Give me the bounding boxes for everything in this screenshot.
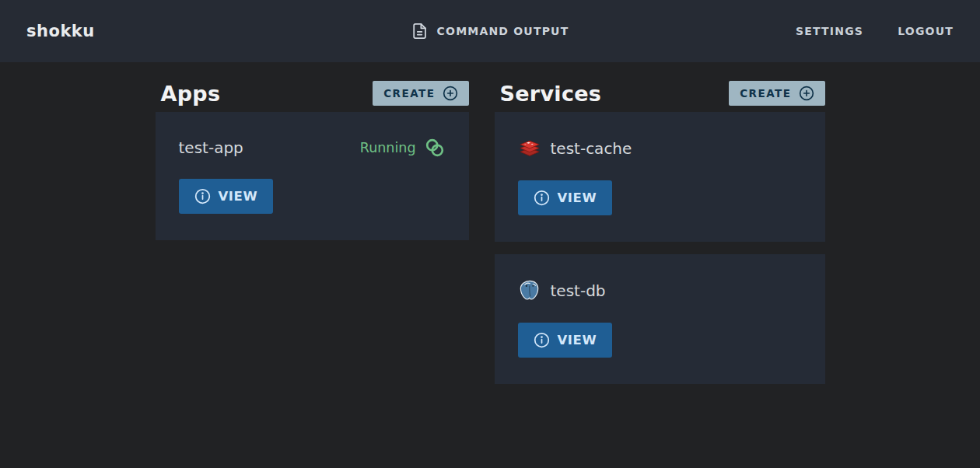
link-rings-icon <box>424 137 446 159</box>
app-card-row: test-app Running <box>179 137 446 159</box>
info-icon <box>194 188 211 204</box>
service-name-group: test-db <box>518 279 606 302</box>
apps-header: Apps CREATE <box>156 75 469 112</box>
create-app-label: CREATE <box>383 87 435 100</box>
view-service-button-test-db[interactable]: VIEW <box>518 323 613 358</box>
view-service-button-test-cache[interactable]: VIEW <box>518 180 613 215</box>
create-app-button[interactable]: CREATE <box>373 81 468 106</box>
main-content: Apps CREATE test-app Running <box>0 62 980 396</box>
info-icon <box>534 332 550 348</box>
plus-circle-icon <box>443 86 458 101</box>
app-status: Running <box>360 137 446 159</box>
postgres-icon <box>518 279 541 302</box>
navbar-links: SETTINGS LOGOUT <box>796 25 954 37</box>
service-card-test-cache: test-cache VIEW <box>495 112 825 242</box>
view-service-label: VIEW <box>558 190 597 205</box>
plus-circle-icon <box>799 86 814 101</box>
info-icon <box>534 190 550 206</box>
view-app-button[interactable]: VIEW <box>179 179 274 214</box>
services-header: Services CREATE <box>495 75 825 112</box>
app-card-test-app: test-app Running <box>156 112 469 240</box>
redis-icon <box>518 137 541 160</box>
service-card-row: test-db <box>518 279 802 302</box>
services-title: Services <box>500 82 602 106</box>
navbar: shokku COMMAND OUTPUT SETTINGS LOGOUT <box>0 0 980 62</box>
view-service-label: VIEW <box>558 333 597 348</box>
view-app-label: VIEW <box>219 189 258 204</box>
command-output-label: COMMAND OUTPUT <box>437 25 569 37</box>
service-name: test-db <box>551 281 606 300</box>
app-name: test-app <box>179 138 243 157</box>
create-service-label: CREATE <box>740 87 791 100</box>
services-section: Services CREATE <box>495 75 825 396</box>
service-name: test-cache <box>551 139 632 158</box>
service-card-row: test-cache <box>518 137 802 160</box>
apps-section: Apps CREATE test-app Running <box>156 75 469 396</box>
service-card-test-db: test-db VIEW <box>495 254 825 384</box>
settings-link[interactable]: SETTINGS <box>796 25 863 37</box>
service-name-group: test-cache <box>518 137 632 160</box>
running-status-label: Running <box>360 140 416 155</box>
apps-title: Apps <box>161 82 221 106</box>
logout-link[interactable]: LOGOUT <box>898 25 954 37</box>
create-service-button[interactable]: CREATE <box>729 81 824 106</box>
file-text-icon <box>411 23 429 40</box>
command-output-link[interactable]: COMMAND OUTPUT <box>411 23 569 40</box>
brand-logo[interactable]: shokku <box>26 22 95 40</box>
